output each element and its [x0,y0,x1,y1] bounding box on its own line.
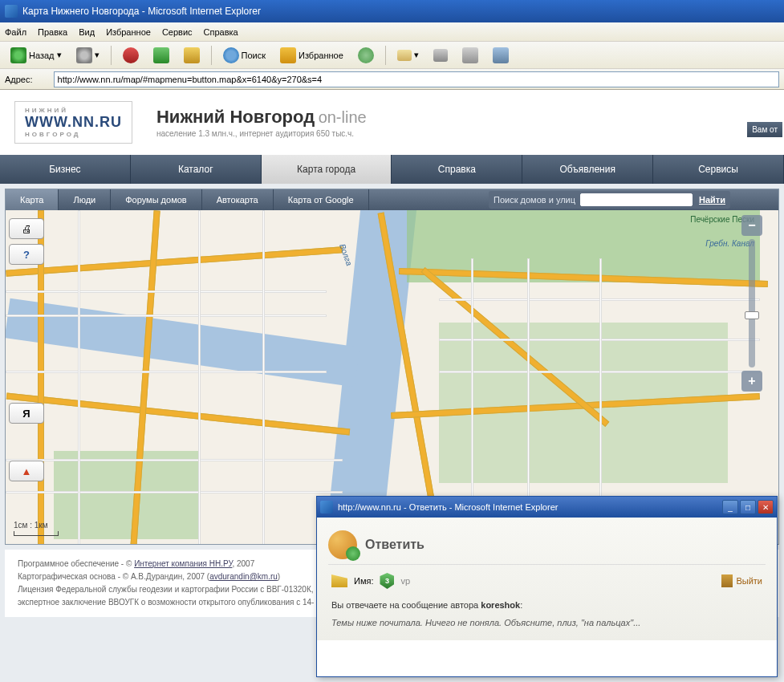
yandex-button[interactable]: Я [9,403,44,424]
mail-icon [397,50,412,61]
menu-view[interactable]: Вид [79,27,95,37]
green-area-2 [54,451,198,539]
zoom-in-button[interactable]: − [741,215,762,236]
print-icon [433,49,448,62]
reply-popup-window: http://www.nn.ru - Ответить - Microsoft … [316,496,778,677]
footer-email-link[interactable]: avdurandin@km.ru [209,572,278,581]
river-label: Волга [338,242,354,266]
menu-tools[interactable]: Сервис [162,27,193,37]
reply-icon [328,530,357,559]
address-bar: Адрес: [0,69,784,90]
map-side-controls-2: Я ▲ [9,403,44,481]
river-branch [5,298,360,388]
reply-context: Вы отвечаете на сообщение автора koresho… [328,597,766,613]
menubar: Файл Правка Вид Избранное Сервис Справка [0,22,784,42]
menu-edit[interactable]: Правка [38,27,67,37]
zoom-out-button[interactable]: + [741,371,762,392]
history-icon [358,47,374,63]
quoted-message: Темы ниже почитала. Ничего не поняла. Об… [328,613,766,632]
stop-icon [123,47,139,63]
tab-house-forums[interactable]: Форумы домов [111,189,201,210]
map-canvas[interactable]: Волга Печёрские Пески Гребн. Канал [6,210,778,544]
cheese-icon [331,574,347,587]
map-search-button[interactable]: Найти [699,195,725,205]
page-icon [38,74,49,85]
tab-auto-map[interactable]: Автокарта [202,189,274,210]
map-area: Карта Люди Форумы домов Автокарта Карта … [5,189,779,545]
popup-maximize-button[interactable]: □ [740,500,756,514]
print-map-button[interactable]: 🖨 [9,218,44,239]
menu-file[interactable]: Файл [5,27,26,37]
warning-button[interactable]: ▲ [9,461,44,481]
popup-heading: Ответить [365,538,424,552]
back-icon [10,47,26,63]
tab-map[interactable]: Карта [6,189,59,210]
name-label: Имя: [354,576,373,586]
print-button[interactable] [428,46,453,65]
ie-icon [5,5,18,18]
nav-services[interactable]: Сервисы [653,155,784,184]
edit-button[interactable] [457,44,484,67]
tab-people[interactable]: Люди [59,189,111,210]
search-label: Поиск домов и улиц [494,195,575,205]
popup-body: Ответить Имя: 3 vp Выйти Вы отвечаете на… [317,518,777,640]
address-input[interactable] [54,71,779,87]
address-label: Адрес: [5,75,33,84]
username: vp [400,576,410,586]
site-header: НИЖНИЙ WWW.NN.RU НОВГОРОД Нижний Новгоро… [0,90,784,155]
forward-icon [76,47,92,63]
home-icon [184,47,200,63]
logout-link[interactable]: Выйти [721,574,762,587]
popup-header: Ответить [328,526,766,565]
search-button[interactable]: Поиск [217,44,271,67]
edit-icon [462,47,478,63]
search-icon [223,47,239,63]
nav-catalog[interactable]: Каталог [131,155,262,184]
nav-business[interactable]: Бизнес [0,155,131,184]
home-button[interactable] [178,44,205,67]
ie-icon [320,501,333,514]
site-logo[interactable]: НИЖНИЙ WWW.NN.RU НОВГОРОД [14,101,132,144]
history-button[interactable] [352,44,380,67]
door-icon [721,574,733,587]
research-icon [493,47,509,63]
site-title: Нижний Новгород on-line население 1.3 мл… [156,107,367,138]
nav-help[interactable]: Справка [392,155,522,184]
popup-title: http://www.nn.ru - Ответить - Microsoft … [338,502,558,512]
zoom-track[interactable] [749,239,755,367]
map-search-input[interactable] [580,193,693,206]
back-button[interactable]: Назад ▾ [5,44,67,67]
top-nav: Бизнес Каталог Карта города Справка Объя… [0,155,784,184]
help-map-button[interactable]: ? [9,244,44,265]
menu-help[interactable]: Справка [204,27,238,37]
popup-titlebar[interactable]: http://www.nn.ru - Ответить - Microsoft … [317,497,777,518]
zoom-thumb[interactable] [745,311,759,319]
stop-button[interactable] [117,44,144,67]
map-search-bar: Поиск домов и улиц Найти [489,191,730,209]
menu-favorites[interactable]: Избранное [106,27,151,37]
refresh-icon [153,47,169,63]
shield-badge-icon: 3 [380,573,394,589]
nav-city-map[interactable]: Карта города [262,155,392,184]
tab-google-map[interactable]: Карта от Google [274,189,369,210]
window-titlebar: Карта Нижнего Новгорода - Microsoft Inte… [0,0,784,22]
refresh-button[interactable] [148,44,175,67]
research-button[interactable] [487,44,514,67]
mail-button[interactable]: ▾ [392,47,424,64]
footer-company-link[interactable]: Интернет компания НН.РУ [134,559,232,568]
map-side-controls: 🖨 ? [9,218,44,265]
toolbar: Назад ▾ ▾ Поиск Избранное ▾ [0,42,784,69]
map-scale: 1см : 1км [14,521,59,536]
zoom-control: − + [741,215,762,392]
window-title: Карта Нижнего Новгорода - Microsoft Inte… [22,6,261,17]
corner-link[interactable]: Вам от [747,122,782,137]
popup-minimize-button[interactable]: _ [722,500,738,514]
star-icon [280,47,296,63]
nav-ads[interactable]: Объявления [522,155,653,184]
favorites-button[interactable]: Избранное [274,44,349,67]
forward-button[interactable]: ▾ [71,44,105,67]
popup-close-button[interactable]: ✕ [758,500,774,514]
user-row: Имя: 3 vp Выйти [328,565,766,597]
